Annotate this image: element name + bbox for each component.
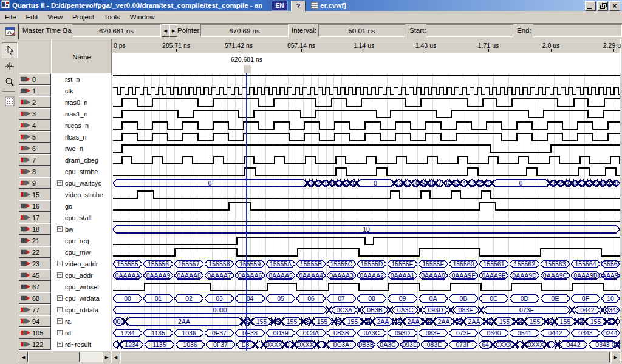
waveform-row-rd[interactable]: 1234113510360F370E380D390C3A0B3B0A3C093D… — [112, 327, 620, 339]
signal-name-cpu_addr[interactable]: +cpu_addr — [51, 269, 111, 281]
menu-item-tools[interactable]: Tools — [99, 12, 125, 22]
time-ruler[interactable]: 0 ps285.71 ns571.42 ns857.14 ns1.14 us1.… — [111, 39, 621, 53]
name-scroll-left-button[interactable]: ◀ — [19, 352, 28, 362]
name-scroll-right-button[interactable]: ▶ — [102, 352, 111, 362]
waveform-video_strobe[interactable] — [112, 189, 620, 200]
signal-name-cpu_wrdata[interactable]: +cpu_wrdata — [51, 292, 111, 304]
waveform-row-cpu_wrdata[interactable]: 000102030405060708090A0B0C0D0E0F10 — [112, 292, 620, 304]
restore-button[interactable] — [597, 1, 608, 11]
waveform-row-rst_n[interactable] — [112, 73, 620, 85]
signal-number-dram_cbeg[interactable]: 7 — [19, 154, 51, 166]
signal-name-cpu_waitcyc[interactable]: +cpu_waitcyc — [51, 177, 111, 189]
waveform-cpu_rddata[interactable]: 00000C3A0B3B0A3C093D083E073F04420343 — [112, 304, 620, 315]
waveform-cpu_strobe[interactable] — [112, 166, 620, 177]
waveform-rras1_n[interactable] — [112, 108, 620, 120]
master-time-bar-field[interactable]: 620.681 ns — [72, 24, 161, 37]
waveform-area[interactable]: 0321032101211109876543210321032101010155… — [112, 73, 620, 351]
time-step-back-button[interactable]: ◀ — [162, 24, 169, 37]
waveform-cpu_wrbsel[interactable] — [112, 281, 620, 292]
waveform-row-rd~result[interactable]: 1234113510360F37E30XXX0XXX0C3A0B3B0A3C09… — [112, 339, 620, 350]
signal-number-cpu_addr[interactable]: 45 — [19, 269, 51, 281]
expand-toggle-rd~result[interactable]: + — [57, 342, 63, 347]
signal-name-cpu_rnw[interactable]: +cpu_rnw — [51, 246, 111, 258]
waveform-row-cpu_waitcyc[interactable]: 03210321012111098765432103210321010 — [112, 177, 620, 189]
waveform-clk[interactable] — [112, 85, 620, 96]
signal-number-ra[interactable]: 94 — [19, 315, 51, 327]
expand-toggle-cpu_addr[interactable]: + — [57, 272, 63, 278]
expand-toggle-ra[interactable]: + — [57, 318, 63, 324]
signal-name-clk[interactable]: +clk — [51, 85, 111, 96]
help-button[interactable]: ? — [291, 1, 306, 12]
signal-number-cpu_rnw[interactable]: 22 — [19, 246, 51, 258]
zoom-button[interactable] — [2, 74, 18, 90]
waveform-rlcas_n[interactable] — [112, 131, 620, 143]
signal-name-rwe_n[interactable]: +rwe_n — [51, 143, 111, 154]
waveform-bw[interactable]: 10 — [112, 223, 620, 235]
waveform-rucas_n[interactable] — [112, 120, 620, 131]
signal-number-rd~result[interactable]: 122 — [19, 339, 51, 350]
menu-item-edit[interactable]: Edit — [21, 12, 43, 22]
signal-name-rlcas_n[interactable]: +rlcas_n — [51, 131, 111, 143]
waveform-row-cpu_wrbsel[interactable] — [112, 281, 620, 292]
waveform-cpu_waitcyc[interactable]: 03210321012111098765432103210321010 — [112, 177, 620, 189]
waveform-scrollbar[interactable]: ◀ ▶ — [111, 352, 621, 362]
menu-item-project[interactable]: Project — [67, 12, 99, 22]
waveform-row-video_strobe[interactable] — [112, 189, 620, 200]
signal-number-cpu_wrdata[interactable]: 68 — [19, 292, 51, 304]
menu-item-file[interactable]: File — [0, 12, 21, 22]
signal-name-ra[interactable]: +ra — [51, 315, 111, 327]
wave-scroll-right-button[interactable]: ▶ — [611, 352, 620, 362]
expand-toggle-cpu_rddata[interactable]: + — [57, 307, 63, 312]
signal-number-cpu_rddata[interactable]: 77 — [19, 304, 51, 315]
waveform-rras0_n[interactable] — [112, 96, 620, 108]
waveform-cpu_addr[interactable]: 0AAAAA0AAAA90AAAA80AAAA70AAAA60AAAA50AAA… — [112, 269, 620, 281]
waveform-row-cpu_stall[interactable] — [112, 212, 620, 223]
waveform-row-cpu_rnw[interactable] — [112, 246, 620, 258]
waveform-go[interactable] — [112, 200, 620, 212]
signal-number-cpu_waitcyc[interactable]: 9 — [19, 177, 51, 189]
signal-number-rwe_n[interactable]: 6 — [19, 143, 51, 154]
expand-toggle-rd[interactable]: + — [57, 330, 63, 335]
waveform-dram_cbeg[interactable] — [112, 154, 620, 166]
time-step-forward-button[interactable]: ▶ — [169, 24, 177, 37]
waveform-rst_n[interactable] — [112, 73, 620, 85]
menu-item-window[interactable]: Window — [125, 12, 160, 22]
selection-cursor-button[interactable] — [2, 42, 18, 58]
signal-name-video_addr[interactable]: +video_addr — [51, 258, 111, 269]
signal-name-dram_cbeg[interactable]: +dram_cbeg — [51, 154, 111, 166]
waveform-rd[interactable]: 1234113510360F370E380D390C3A0B3B0A3C093D… — [112, 327, 620, 339]
expand-toggle-video_addr[interactable]: + — [57, 261, 63, 266]
waveform-row-rucas_n[interactable] — [112, 120, 620, 131]
language-indicator[interactable]: EN — [272, 1, 288, 11]
waveform-rd~result[interactable]: 1234113510360F37E30XXX0XXX0C3A0B3B0A3C09… — [112, 339, 620, 350]
expand-toggle-cpu_waitcyc[interactable]: + — [57, 180, 63, 186]
signal-name-bw[interactable]: +bw — [51, 223, 111, 235]
signal-number-clk[interactable]: 1 — [19, 85, 51, 96]
close-button[interactable]: × — [609, 1, 620, 11]
signal-number-rst_n[interactable]: 0 — [19, 73, 51, 85]
waveform-row-cpu_addr[interactable]: 0AAAAA0AAAA90AAAA80AAAA70AAAA60AAAA50AAA… — [112, 269, 620, 281]
waveform-cpu_stall[interactable] — [112, 212, 620, 223]
signal-name-cpu_rddata[interactable]: +cpu_rddata — [51, 304, 111, 315]
signal-name-rd~result[interactable]: +rd~result — [51, 339, 111, 350]
wave-scroll-thumb[interactable] — [120, 352, 610, 362]
end-field[interactable] — [533, 24, 622, 37]
waveform-row-video_addr[interactable]: 15555515555615555715555815555915555A1555… — [112, 258, 620, 269]
signal-number-rucas_n[interactable]: 4 — [19, 120, 51, 131]
master-time-marker-handle[interactable] — [243, 64, 251, 73]
waveform-row-cpu_rddata[interactable]: 00000C3A0B3B0A3C093D083E073F04420343 — [112, 304, 620, 315]
signal-name-video_strobe[interactable]: +video_strobe — [51, 189, 111, 200]
waveform-row-rwe_n[interactable] — [112, 143, 620, 154]
signal-number-video_addr[interactable]: 23 — [19, 258, 51, 269]
waveform-video_addr[interactable]: 15555515555615555715555815555915555A1555… — [112, 258, 620, 269]
signal-number-bw[interactable]: 18 — [19, 223, 51, 235]
waveform-cpu_wrdata[interactable]: 000102030405060708090A0B0C0D0E0F10 — [112, 292, 620, 304]
waveform-row-rras1_n[interactable] — [112, 108, 620, 120]
signal-number-cpu_wrbsel[interactable]: 67 — [19, 281, 51, 292]
waveform-row-ra[interactable]: 0002AA5155515551555155A2AAA2AAA2AAB2AA41… — [112, 315, 620, 327]
header-name-cell[interactable]: Name — [51, 39, 112, 75]
waveform-row-cpu_req[interactable] — [112, 235, 620, 246]
signal-name-cpu_req[interactable]: +cpu_req — [51, 235, 111, 246]
waveform-row-rras0_n[interactable] — [112, 96, 620, 108]
waveform-row-cpu_strobe[interactable] — [112, 166, 620, 177]
